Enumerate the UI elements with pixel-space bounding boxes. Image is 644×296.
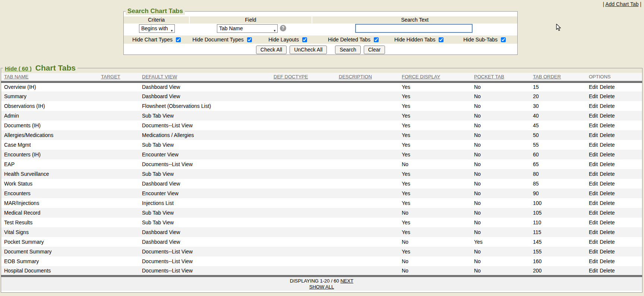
edit-link[interactable]: Edit [589,132,598,138]
criteria-select[interactable]: Begins with ▼ [139,24,175,33]
table-row: Document SummaryDocuments--List ViewYesN… [1,247,642,256]
hide-layouts-checkbox-item[interactable]: Hide Layouts [255,37,321,43]
hide-hidden-tabs-checkbox[interactable] [439,37,443,42]
delete-link[interactable]: Delete [600,171,615,177]
col-header-default-view: DEFAULT VIEW [139,73,271,82]
cell-def-doctype [271,237,336,247]
edit-link[interactable]: Edit [589,210,598,216]
delete-link[interactable]: Delete [600,152,615,158]
edit-link[interactable]: Edit [589,142,598,148]
delete-link[interactable]: Delete [600,190,615,196]
hide-deleted-tabs-checkbox[interactable] [374,37,379,42]
hide-chart-types-checkbox[interactable] [176,37,181,42]
edit-link[interactable]: Edit [589,258,598,264]
cell-default-view: Dashboard View [139,91,271,101]
clear-button[interactable]: Clear [364,46,385,54]
hide-sub-tabs-checkbox[interactable] [501,37,506,42]
hide-hidden-tabs-checkbox-item[interactable]: Hide Hidden Tabs [386,37,452,43]
delete-link[interactable]: Delete [600,113,615,119]
delete-link[interactable]: Delete [600,122,615,128]
cell-description [336,130,399,140]
hide-chart-types-checkbox-item[interactable]: Hide Chart Types [124,37,189,43]
delete-link[interactable]: Delete [600,103,615,109]
check-all-button[interactable]: Check All [256,46,287,54]
cell-target [98,198,139,208]
delete-link[interactable]: Delete [600,258,615,264]
sort-tab-order-link[interactable]: TAB ORDER [533,74,561,80]
cell-description [336,169,399,179]
edit-link[interactable]: Edit [589,152,598,158]
delete-link[interactable]: Delete [600,200,615,206]
delete-link[interactable]: Delete [600,249,615,255]
edit-link[interactable]: Edit [589,239,598,245]
edit-link[interactable]: Edit [589,122,598,128]
cell-tab-order: 90 [530,188,586,198]
edit-link[interactable]: Edit [589,190,598,196]
sort-target-link[interactable]: TARGET [101,74,120,80]
delete-link[interactable]: Delete [600,219,615,225]
edit-link[interactable]: Edit [589,84,598,90]
cell-pocket-tab: No [471,111,530,121]
edit-link[interactable]: Edit [589,268,598,274]
edit-link[interactable]: Edit [589,229,598,235]
cell-default-view: Sub Tab View [139,208,271,218]
cell-target [98,227,139,237]
next-link[interactable]: NEXT [340,278,353,284]
delete-link[interactable]: Delete [600,84,615,90]
table-row: Overview (IH)Dashboard ViewYesNo15EditDe… [1,82,642,91]
delete-link[interactable]: Delete [600,229,615,235]
cell-description [336,82,399,91]
cell-options: EditDelete [586,121,642,130]
edit-link[interactable]: Edit [589,93,598,99]
edit-link[interactable]: Edit [589,161,598,167]
cell-force-display: Yes [399,218,471,227]
sort-def-doctype-link[interactable]: DEF DOCTYPE [274,74,308,80]
edit-link[interactable]: Edit [589,200,598,206]
cell-force-display: Yes [399,101,471,111]
delete-link[interactable]: Delete [600,181,615,187]
hide-document-types-checkbox-item[interactable]: Hide Document Types [189,37,255,43]
show-all-link[interactable]: SHOW ALL [309,284,334,290]
edit-link[interactable]: Edit [589,103,598,109]
cell-tab-name: Allergies/Medications [1,130,98,140]
edit-link[interactable]: Edit [589,171,598,177]
cell-pocket-tab: Yes [471,237,530,247]
cell-tab-order: 105 [530,208,586,218]
delete-link[interactable]: Delete [600,268,615,274]
sort-default-view-link[interactable]: DEFAULT VIEW [142,74,177,80]
cell-default-view: Dashboard View [139,237,271,247]
delete-link[interactable]: Delete [600,239,615,245]
delete-link[interactable]: Delete [600,132,615,138]
edit-link[interactable]: Edit [589,219,598,225]
search-button[interactable]: Search [335,46,360,54]
cell-tab-order: 40 [530,111,586,121]
uncheck-all-button[interactable]: UnCheck All [290,46,327,54]
chart-tabs-title: Chart Tabs [35,63,76,72]
hide-count-link[interactable]: Hide ( 60 ) [5,65,32,72]
delete-link[interactable]: Delete [600,161,615,167]
help-icon[interactable]: ? [280,25,286,31]
col-header-target: TARGET [98,73,139,82]
cell-options: EditDelete [586,266,642,276]
delete-link[interactable]: Delete [600,210,615,216]
criteria-column-header: Criteria [124,16,190,24]
edit-link[interactable]: Edit [589,249,598,255]
add-chart-tab-link[interactable]: Add Chart Tab [605,1,638,7]
cell-options: EditDelete [586,256,642,266]
field-select[interactable]: Tab Name ▼ [217,24,278,33]
cell-default-view: Medications / Allergies [139,130,271,140]
sort-pocket-tab-link[interactable]: POCKET TAB [474,74,504,80]
sort-force-display-link[interactable]: FORCE DISPLAY [402,74,440,80]
sort-tab-name-link[interactable]: TAB NAME [4,74,29,80]
hide-deleted-tabs-checkbox-item[interactable]: Hide Deleted Tabs [321,37,386,43]
search-text-input[interactable] [355,24,473,33]
edit-link[interactable]: Edit [589,181,598,187]
delete-link[interactable]: Delete [600,142,615,148]
hide-layouts-checkbox[interactable] [302,37,307,42]
edit-link[interactable]: Edit [589,113,598,119]
hide-document-types-checkbox[interactable] [247,37,252,42]
cell-target [98,188,139,198]
delete-link[interactable]: Delete [600,93,615,99]
hide-sub-tabs-checkbox-item[interactable]: Hide Sub-Tabs [452,37,517,43]
sort-description-link[interactable]: DESCRIPTION [339,74,372,80]
